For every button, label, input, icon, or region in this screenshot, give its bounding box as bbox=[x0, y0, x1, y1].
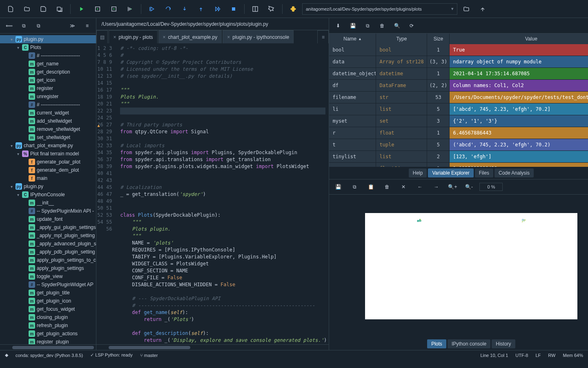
search-icon[interactable]: 🔍 bbox=[391, 20, 403, 31]
outline-item[interactable]: ## ------------------------ bbox=[0, 52, 96, 60]
duplicate-icon[interactable]: ⧉ bbox=[33, 20, 44, 31]
close-tab-icon[interactable]: × bbox=[163, 34, 166, 40]
debug-button[interactable] bbox=[145, 2, 159, 16]
var-row[interactable]: filenamestr53/Users/Documents/spyder/spy… bbox=[329, 92, 588, 103]
expand-icon[interactable]: ≫ bbox=[67, 20, 78, 31]
outline-item[interactable]: ▾pyplugin.py bbox=[0, 35, 96, 43]
open-file-button[interactable] bbox=[20, 2, 34, 16]
outline-item[interactable]: mget_name bbox=[0, 60, 96, 68]
outline-item[interactable]: mcurrent_widget bbox=[0, 109, 96, 117]
outline-item[interactable]: ## ------------------------ bbox=[0, 101, 96, 109]
run-selection-button[interactable] bbox=[123, 2, 138, 16]
outline-item[interactable]: ▾CIPythonConsole bbox=[0, 191, 96, 199]
outline-item[interactable]: mget_icon bbox=[0, 76, 96, 84]
outline-item[interactable]: mget_plugin_title bbox=[0, 289, 96, 297]
var-row[interactable]: boolbool1True bbox=[329, 44, 588, 56]
lsp-status[interactable]: ✓ LSP Python: ready bbox=[90, 352, 133, 358]
outline-tree[interactable]: ▾pyplugin.py▾CPlots## ------------------… bbox=[0, 34, 96, 344]
col-name[interactable]: Name ▲ bbox=[329, 34, 376, 44]
panel-tab[interactable]: Plots bbox=[427, 339, 446, 348]
outline-item[interactable]: ▾pyplugin.py bbox=[0, 182, 96, 191]
varexp-body[interactable]: boolbool1TruedataArray of str128(3, 3)nd… bbox=[329, 44, 588, 167]
outline-item[interactable]: fmain bbox=[0, 174, 96, 182]
editor-scrollbar[interactable] bbox=[96, 344, 329, 350]
col-type[interactable]: Type bbox=[376, 34, 427, 44]
step-over-button[interactable] bbox=[161, 2, 176, 16]
panel-tab[interactable]: History bbox=[492, 339, 515, 348]
next-plot-icon[interactable]: → bbox=[430, 181, 442, 193]
prev-plot-icon[interactable]: ← bbox=[414, 181, 425, 193]
browse-dir-button[interactable] bbox=[459, 2, 474, 16]
outline-item[interactable]: munregister bbox=[0, 92, 96, 101]
outline-item[interactable]: mrefresh_plugin bbox=[0, 321, 96, 330]
maximize-pane-button[interactable] bbox=[248, 2, 263, 16]
save-all-button[interactable] bbox=[52, 2, 67, 16]
stop-button[interactable] bbox=[226, 2, 241, 16]
outline-scrollbar[interactable] bbox=[0, 344, 96, 350]
outline-item[interactable]: fgenerate_dem_plot bbox=[0, 166, 96, 174]
editor-tab[interactable]: ×plugin.py - plots bbox=[109, 30, 157, 43]
outline-item[interactable]: ▾pychart_plot_example.py bbox=[0, 141, 96, 150]
panel-tab[interactable]: Code Analysis bbox=[494, 168, 534, 177]
zoom-out-icon[interactable]: 🔍- bbox=[463, 181, 474, 193]
panel-tab[interactable]: IPython console bbox=[448, 339, 490, 348]
outline-item[interactable]: m_apply_mpl_plugin_setting bbox=[0, 231, 96, 240]
outline-item[interactable]: ▾%Plot final terrain model bbox=[0, 150, 96, 158]
save-data-icon[interactable]: 💾 bbox=[347, 20, 359, 31]
outline-item[interactable]: m__init__ bbox=[0, 199, 96, 207]
kite-icon[interactable]: ◆ bbox=[5, 352, 8, 358]
close-tab-icon[interactable]: × bbox=[227, 34, 230, 40]
panel-tab[interactable]: Help bbox=[409, 168, 427, 177]
outline-item[interactable]: #-- SpyderPluginMixin API - bbox=[0, 207, 96, 215]
import-data-icon[interactable]: ⬇ bbox=[332, 20, 344, 31]
tab-options-button[interactable]: ≡ bbox=[317, 30, 329, 43]
outline-item[interactable]: mclosing_plugin bbox=[0, 313, 96, 321]
refresh-icon[interactable]: ⟳ bbox=[406, 20, 417, 31]
col-value[interactable]: Value bbox=[450, 34, 588, 44]
outline-item[interactable]: mremove_shellwidget bbox=[0, 125, 96, 133]
save-button[interactable] bbox=[36, 2, 51, 16]
run-cell-advance-button[interactable] bbox=[107, 2, 121, 16]
zoom-in-icon[interactable]: 🔍+ bbox=[447, 181, 458, 193]
step-into-button[interactable] bbox=[177, 2, 192, 16]
home-icon[interactable]: ⟸ bbox=[3, 20, 15, 31]
outline-item[interactable]: mget_description bbox=[0, 68, 96, 76]
editor-tab[interactable]: ×chart_plot_example.py bbox=[158, 30, 222, 43]
run-button[interactable] bbox=[74, 2, 89, 16]
var-row[interactable]: ttuple5('abcd', 745, 2.23, 'efgh', 70.2) bbox=[329, 139, 588, 151]
outline-item[interactable]: mget_focus_widget bbox=[0, 305, 96, 313]
outline-item[interactable]: mregister_plugin bbox=[0, 338, 96, 344]
plot-viewer[interactable]: 700650600 550500460 36.7336.7236.71 -84.… bbox=[329, 195, 588, 338]
copy-plot-icon[interactable]: 📋 bbox=[365, 181, 376, 193]
outline-item[interactable]: ▾CPlots bbox=[0, 43, 96, 52]
outline-item[interactable]: mget_plugin_icon bbox=[0, 297, 96, 305]
eol-status[interactable]: LF bbox=[535, 353, 541, 358]
python-path-button[interactable] bbox=[286, 2, 301, 16]
var-row[interactable]: tinylistlist2[123, 'efgh'] bbox=[329, 151, 588, 163]
var-row[interactable]: lilist5['abcd', 745, 2.23, 'efgh', 70.2] bbox=[329, 103, 588, 115]
tab-list-button[interactable]: ▤ bbox=[96, 30, 108, 43]
close-tab-icon[interactable]: × bbox=[113, 34, 116, 40]
outline-item[interactable]: fgenerate_polar_plot bbox=[0, 158, 96, 166]
col-size[interactable]: Size bbox=[427, 34, 450, 44]
options-icon[interactable]: ≡ bbox=[81, 20, 93, 31]
var-row[interactable]: dfDataFrame(2, 2)Column names: Col1, Col… bbox=[329, 80, 588, 92]
conda-status[interactable]: conda: spyder_dev (Python 3.8.5) bbox=[16, 353, 83, 358]
save-plot-icon[interactable]: 💾 bbox=[332, 181, 344, 193]
panel-tab[interactable]: Variable Explorer bbox=[428, 168, 473, 177]
save-all-plots-icon[interactable]: ⧉ bbox=[349, 181, 360, 193]
continue-button[interactable] bbox=[210, 2, 225, 16]
var-row[interactable]: dataArray of str128(3, 3)ndarray object … bbox=[329, 56, 588, 68]
outline-item[interactable]: madd_shellwidget bbox=[0, 117, 96, 125]
git-branch[interactable]: ⑂ master bbox=[140, 353, 158, 358]
run-cell-button[interactable] bbox=[90, 2, 105, 16]
copy-icon[interactable]: ⧉ bbox=[18, 20, 29, 31]
outline-item[interactable]: m_apply_gui_plugin_settings bbox=[0, 223, 96, 231]
var-row[interactable]: mysetset3{'2', '1', '3'} bbox=[329, 115, 588, 127]
outline-item[interactable]: mget_plugin_actions bbox=[0, 330, 96, 338]
var-row[interactable]: datetime_objectdatetime12021-04-14 17:35… bbox=[329, 68, 588, 80]
preferences-button[interactable] bbox=[264, 2, 279, 16]
outline-item[interactable]: mapply_plugin_settings_to_c bbox=[0, 256, 96, 264]
code-area[interactable]: # -*- coding: utf-8 -*- # # Copyright © … bbox=[117, 43, 329, 344]
var-row[interactable]: rfloat16.46567886443 bbox=[329, 127, 588, 139]
